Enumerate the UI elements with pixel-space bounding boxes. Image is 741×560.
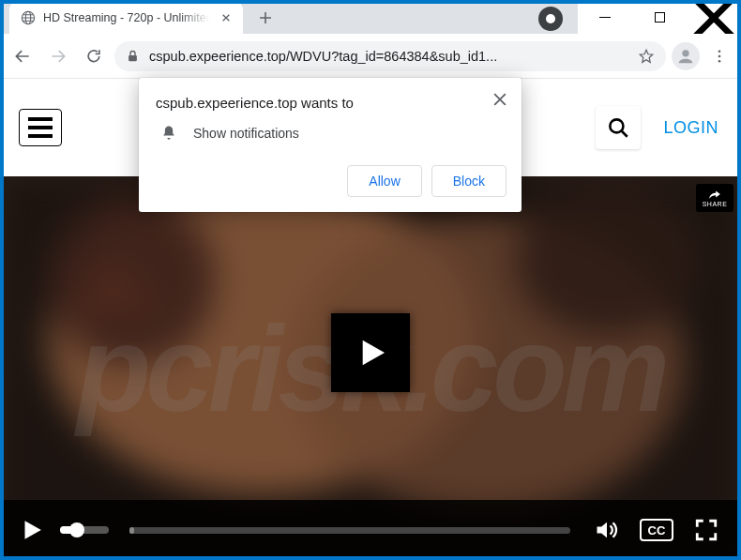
hamburger-line-icon [28,126,53,129]
tab-title: HD Streaming - 720p - Unlimited [43,11,213,24]
center-play-button[interactable] [331,313,410,392]
window-minimize-button[interactable] [578,0,632,35]
fullscreen-icon [694,518,718,542]
svg-point-6 [718,59,721,62]
maximize-icon [655,12,665,23]
url-text: cspub.expeerience.top/WDVU?tag_id=864384… [149,49,628,64]
address-bar[interactable]: cspub.expeerience.top/WDVU?tag_id=864384… [114,41,666,71]
plus-icon [259,11,272,24]
video-player[interactable]: pcrisk.com SHARE CC [0,176,741,560]
search-icon [606,115,630,140]
svg-point-5 [718,54,721,57]
block-button[interactable]: Block [431,165,507,197]
volume-slider[interactable] [60,526,109,534]
kebab-icon [711,48,728,65]
seek-bar[interactable] [129,527,570,534]
share-label: SHARE [703,201,728,207]
permission-label: Show notifications [193,126,299,141]
svg-rect-2 [129,55,137,61]
tab-close-button[interactable] [219,10,234,25]
login-link[interactable]: LOGIN [663,118,718,138]
volume-icon [594,517,620,543]
svg-point-3 [682,50,688,56]
seek-fill [129,527,134,534]
new-tab-button[interactable] [252,5,279,31]
back-button[interactable] [8,41,38,71]
site-menu-button[interactable] [19,109,62,146]
close-icon [493,93,507,106]
video-controls: CC [0,500,741,560]
dot-icon [546,14,555,23]
hamburger-line-icon [28,134,53,138]
dialog-title: cspub.expeerience.top wants to [156,95,507,111]
window-maximize-button[interactable] [632,0,687,35]
profile-button[interactable] [672,42,700,70]
person-icon [675,46,696,67]
bell-icon [159,124,178,143]
reload-icon [84,47,103,66]
svg-point-4 [718,50,721,53]
share-icon [708,189,721,200]
reload-button[interactable] [79,41,109,71]
arrow-right-icon [49,47,68,66]
play-icon [352,334,389,371]
fullscreen-button[interactable] [690,514,722,546]
browser-toolbar: cspub.expeerience.top/WDVU?tag_id=864384… [0,34,741,79]
forward-button[interactable] [43,41,73,71]
permission-dialog: cspub.expeerience.top wants to Show noti… [139,78,522,212]
allow-button[interactable]: Allow [347,165,421,197]
guest-profile-indicator[interactable] [538,7,563,31]
play-icon [19,518,43,542]
arrow-left-icon [13,47,32,66]
close-icon [221,13,231,23]
globe-favicon-icon [21,10,36,25]
volume-thumb [69,522,84,537]
browser-tab[interactable]: HD Streaming - 720p - Unlimited [9,2,243,34]
bookmark-star-icon[interactable] [638,48,655,65]
site-search-button[interactable] [596,106,641,149]
dialog-close-button[interactable] [491,91,508,108]
minimize-icon [599,17,611,19]
hamburger-line-icon [28,117,53,121]
captions-button[interactable]: CC [640,519,673,541]
share-button[interactable]: SHARE [696,184,733,212]
window-close-button[interactable] [687,0,741,35]
volume-button[interactable] [591,514,623,546]
lock-icon [126,49,140,63]
svg-point-7 [611,119,624,132]
tab-strip: HD Streaming - 720p - Unlimited [0,0,578,34]
play-pause-button[interactable] [19,518,43,542]
browser-menu-button[interactable] [705,42,733,70]
